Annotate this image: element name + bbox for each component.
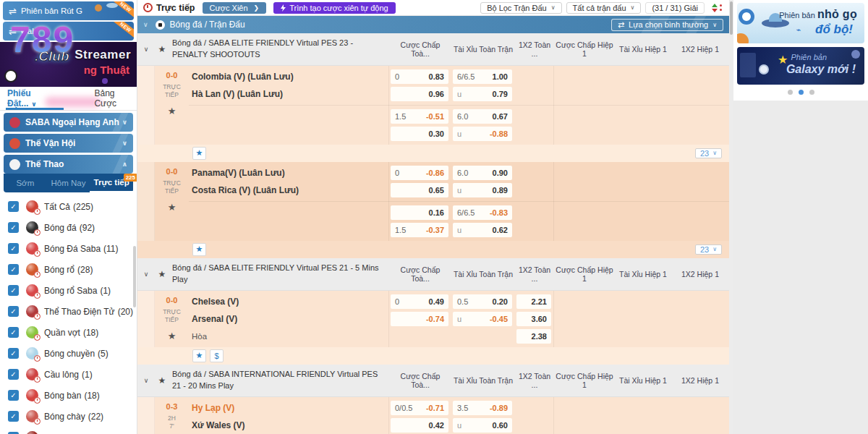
1x2-odds-button[interactable]: 2.38 — [516, 329, 551, 344]
favorite-button[interactable]: ★ — [192, 243, 206, 256]
banner-nho-gon[interactable]: Phiên bản nhỏ gọ ⌁ đổ bộ! — [737, 3, 864, 43]
carousel-dot[interactable] — [809, 90, 814, 95]
checkbox-checked-icon[interactable]: ✓ — [8, 201, 19, 212]
all-matches-dropdown[interactable]: Tất cả trận đấu ∨ — [566, 2, 642, 14]
handicap-odds-button[interactable]: 1.5-0.51 — [391, 109, 448, 124]
sport-filter-item[interactable]: ✓Bóng bàn(18) — [0, 385, 137, 406]
1x2-odds-button[interactable]: 3.60 — [516, 312, 551, 326]
main-scrollbar[interactable] — [729, 0, 733, 434]
checkbox-checked-icon[interactable]: ✓ — [8, 306, 19, 317]
auto-parlay-button[interactable]: Trình tạo cược xiên tự động — [273, 2, 396, 14]
sidebar-accordion-item[interactable]: SABA Ngoại Hạng Anh∨ — [4, 113, 133, 132]
1x2-odds-button[interactable]: 2.21 — [516, 294, 551, 309]
sport-filter-item[interactable]: ✓Bóng đá(92) — [0, 217, 137, 238]
favorite-button[interactable]: ★ — [192, 147, 206, 160]
topbar-right-cluster: Bộ Lọc Trận Đấu ∨ Tất cả trận đấu ∨ (31 … — [480, 2, 725, 14]
over-under-odds-button[interactable]: 3.5-0.89 — [453, 401, 512, 415]
checkbox-checked-icon[interactable]: ✓ — [8, 327, 19, 338]
sport-filter-item[interactable]: ✓Bóng Đá Saba(11) — [0, 238, 137, 259]
over-under-odds-button[interactable]: 6.00.90 — [453, 166, 512, 180]
sport-filter-item[interactable]: ✓Bóng rổ Saba(1) — [0, 280, 137, 301]
handicap-odds-button[interactable]: 0.30 — [391, 127, 448, 141]
subtab-trực-tiếp[interactable]: Trực tiếp225 — [90, 174, 133, 192]
favorite-star-icon[interactable]: ★ — [155, 269, 169, 279]
over-under-odds-button[interactable]: u0.60 — [453, 418, 512, 433]
handicap-odds-button[interactable]: 00.83 — [391, 69, 448, 84]
tab-bet-board[interactable]: Bảng Cược — [94, 88, 137, 109]
checkbox-checked-icon[interactable]: ✓ — [8, 390, 19, 401]
subtab-hôm-nay[interactable]: Hôm Nay — [47, 174, 90, 192]
sport-filter-item[interactable]: ✓Bóng chuyền(5) — [0, 343, 137, 364]
section-title: Bóng đá / Trận Đấu — [170, 20, 245, 30]
handicap-odds-button[interactable]: 0/0.5-0.71 — [391, 401, 448, 415]
handicap-odds-button[interactable]: 0.96 — [391, 87, 448, 101]
checkbox-checked-icon[interactable]: ✓ — [8, 369, 19, 380]
subtab-sớm[interactable]: Sớm — [4, 174, 47, 192]
handicap-odds-button[interactable]: 0.16 — [391, 205, 448, 220]
parlay-button[interactable]: Cược Xiên ❯ — [203, 2, 267, 14]
handicap-odds-button[interactable]: -0.74 — [391, 312, 448, 326]
more-markets-dropdown[interactable]: 23∨ — [695, 244, 722, 255]
checkbox-checked-icon[interactable]: ✓ — [8, 411, 19, 422]
sport-filter-item[interactable]: ✓Bóng rổ(28) — [0, 259, 137, 280]
checkbox-checked-icon[interactable]: ✓ — [8, 264, 19, 275]
sport-filter-item[interactable]: ✓Thể Thao Điện Tử(20) — [0, 301, 137, 322]
favorite-star-icon[interactable]: ★ — [155, 44, 169, 54]
main-panel: Trực tiếp Cược Xiên ❯ Trình tạo cược xiê… — [137, 0, 729, 434]
sidebar-accordion-expanded[interactable]: Thế Thao∧ — [4, 155, 133, 174]
checkbox-checked-icon[interactable]: ✓ — [8, 285, 19, 296]
handicap-odds-button[interactable]: 00.49 — [391, 294, 448, 309]
expand-strip[interactable] — [137, 66, 155, 145]
sport-filter-item[interactable]: ✓Cricket(10) — [0, 427, 137, 434]
expand-strip[interactable] — [137, 397, 155, 434]
favorite-star-icon[interactable]: ★ — [155, 375, 169, 386]
league-count[interactable]: (31 / 31) Giải — [645, 2, 705, 14]
checkbox-checked-icon[interactable]: ✓ — [8, 348, 19, 359]
over-under-odds-button[interactable]: 6/6.51.00 — [453, 69, 512, 84]
over-under-odds-button[interactable]: u0.79 — [453, 87, 512, 101]
chevron-down-icon[interactable]: ∨ — [137, 377, 155, 384]
favorite-star-icon[interactable]: ★ — [168, 331, 176, 341]
match-filter-dropdown[interactable]: Bộ Lọc Trận Đấu ∨ — [480, 2, 561, 14]
odds-row: 0.166/6.5-0.83 — [189, 204, 729, 221]
handicap-odds-button[interactable]: 0-0.86 — [391, 166, 448, 180]
over-under-odds-button[interactable]: 6.00.67 — [453, 109, 512, 124]
chevron-right-icon: ❯ — [254, 4, 260, 12]
sort-icon[interactable] — [712, 4, 722, 12]
chevron-down-icon[interactable]: ∨ — [143, 21, 148, 28]
checkbox-checked-icon[interactable]: ✓ — [8, 222, 19, 233]
handicap-odds-button[interactable]: 1.5-0.37 — [391, 223, 448, 237]
handicap-odds-button[interactable]: 0.65 — [391, 183, 448, 197]
sidebar-accordion-item[interactable]: Thế Vận Hội∨ — [4, 134, 133, 153]
quick-link-rut-gon[interactable]: ⇌ Phiên bản Rút G NEW — [3, 1, 134, 20]
sidebar-scrollbar[interactable] — [133, 246, 136, 307]
expand-strip[interactable] — [137, 162, 155, 241]
over-under-odds-button[interactable]: u0.89 — [453, 183, 512, 197]
over-under-odds-button[interactable]: 6/6.5-0.83 — [453, 205, 512, 220]
odds-rows: Hy Lạp (V)0/0.5-0.713.5-0.89Xứ Wales (V)… — [189, 397, 729, 434]
selection-mode-button[interactable]: ⇄ Lựa chọn bình thường ∨ — [611, 19, 723, 31]
favorite-button[interactable]: ★ — [192, 349, 206, 362]
chevron-down-icon[interactable]: ∨ — [137, 46, 155, 53]
over-under-odds-button[interactable]: 0.50.20 — [453, 294, 512, 309]
over-under-odds-button[interactable]: u-0.45 — [453, 312, 512, 326]
chevron-down-icon[interactable]: ∨ — [137, 271, 155, 278]
sport-filter-item[interactable]: ✓Quần vợt(18) — [0, 322, 137, 343]
carousel-dot-active[interactable] — [799, 90, 804, 95]
sport-filter-item[interactable]: ✓Bóng chày(22) — [0, 406, 137, 427]
expand-strip[interactable] — [137, 291, 155, 347]
favorite-star-icon[interactable]: ★ — [168, 106, 176, 116]
banner-galaxy[interactable]: ★ Phiên bản Galaxy mới ! — [737, 47, 864, 85]
favorite-star-icon[interactable]: ★ — [168, 202, 176, 213]
site-logo[interactable]: 789 .Club — [10, 22, 75, 63]
scrollbar-thumb[interactable] — [730, 1, 733, 35]
checkbox-checked-icon[interactable]: ✓ — [8, 243, 19, 254]
over-under-odds-button[interactable]: u-0.88 — [453, 127, 512, 141]
over-under-odds-button[interactable]: u0.62 — [453, 223, 512, 237]
carousel-dot[interactable] — [788, 90, 793, 95]
cashout-button[interactable]: $ — [210, 349, 224, 362]
sport-filter-item[interactable]: ✓Tất Cả(225) — [0, 196, 137, 217]
sport-filter-item[interactable]: ✓Cầu lông(1) — [0, 364, 137, 385]
handicap-odds-button[interactable]: 0.42 — [391, 418, 448, 433]
more-markets-dropdown[interactable]: 23∨ — [695, 148, 722, 158]
